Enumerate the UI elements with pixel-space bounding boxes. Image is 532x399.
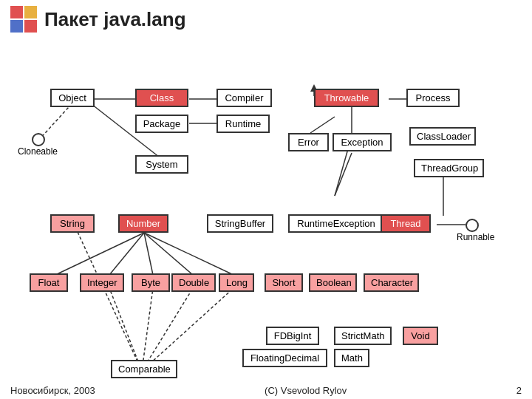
- short-box: Short: [265, 273, 303, 292]
- math-box: Math: [334, 349, 369, 367]
- svg-line-26: [142, 288, 233, 371]
- svg-line-20: [335, 153, 352, 196]
- system-box: System: [135, 155, 188, 174]
- runtimeexception-box: RuntimeException: [288, 214, 384, 233]
- process-box: Process: [406, 89, 460, 107]
- page-title: Пакет java.lang: [44, 8, 186, 31]
- runnable-circle: [466, 219, 479, 232]
- footer-center: (C) Vsevolod Rylov: [265, 385, 347, 396]
- strictmath-box: StrictMath: [334, 327, 392, 345]
- class-box: Class: [135, 89, 188, 107]
- svg-line-16: [144, 233, 153, 275]
- byte-box: Byte: [132, 273, 170, 292]
- boolean-box: Boolean: [309, 273, 357, 292]
- svg-rect-0: [10, 6, 23, 18]
- thread-box: Thread: [381, 214, 431, 233]
- svg-line-22: [78, 232, 142, 371]
- compiler-box: Compiler: [216, 89, 272, 107]
- throwable-box: Throwable: [314, 89, 379, 107]
- double-box: Double: [171, 273, 216, 292]
- comparable-box: Comparable: [111, 360, 177, 378]
- integer-box: Integer: [80, 273, 124, 292]
- svg-line-25: [142, 288, 193, 371]
- string-box: String: [50, 214, 95, 233]
- object-box: Object: [50, 89, 95, 107]
- runnable-label: Runnable: [457, 232, 494, 242]
- header: Пакет java.lang: [0, 0, 532, 38]
- threadgroup-box: ThreadGroup: [414, 159, 484, 177]
- character-box: Character: [364, 273, 419, 292]
- svg-rect-2: [10, 20, 23, 33]
- exception-box: Exception: [332, 133, 392, 151]
- footer-right: 2: [516, 385, 522, 396]
- cloneable-label: Cloneable: [18, 146, 58, 157]
- floatingdecimal-box: FloatingDecimal: [242, 349, 327, 367]
- svg-line-23: [109, 288, 142, 371]
- package-box: Package: [135, 115, 188, 133]
- classloader-box: ClassLoader: [409, 127, 476, 146]
- void-box: Void: [403, 327, 438, 345]
- float-box: Float: [30, 273, 68, 292]
- diagram: Object Class Compiler Throwable Process …: [0, 38, 532, 393]
- error-box: Error: [288, 133, 329, 151]
- svg-line-14: [55, 233, 144, 275]
- logo-icon: [10, 6, 37, 33]
- number-box: Number: [118, 214, 168, 233]
- fdbigint-box: FDBigInt: [266, 327, 319, 345]
- stringbuffer-box: StringBuffer: [207, 214, 273, 233]
- svg-line-8: [310, 117, 335, 133]
- svg-line-24: [142, 288, 153, 371]
- svg-line-15: [109, 233, 144, 275]
- svg-rect-3: [24, 20, 37, 33]
- long-box: Long: [219, 273, 254, 292]
- footer: Новосибирск, 2003 (C) Vsevolod Rylov 2: [0, 382, 532, 399]
- svg-line-17: [144, 233, 193, 275]
- svg-rect-1: [24, 6, 37, 18]
- runtime-box: Runtime: [216, 115, 270, 133]
- svg-line-18: [144, 233, 233, 275]
- footer-left: Новосибирск, 2003: [10, 385, 95, 396]
- cloneable-circle: [32, 133, 45, 146]
